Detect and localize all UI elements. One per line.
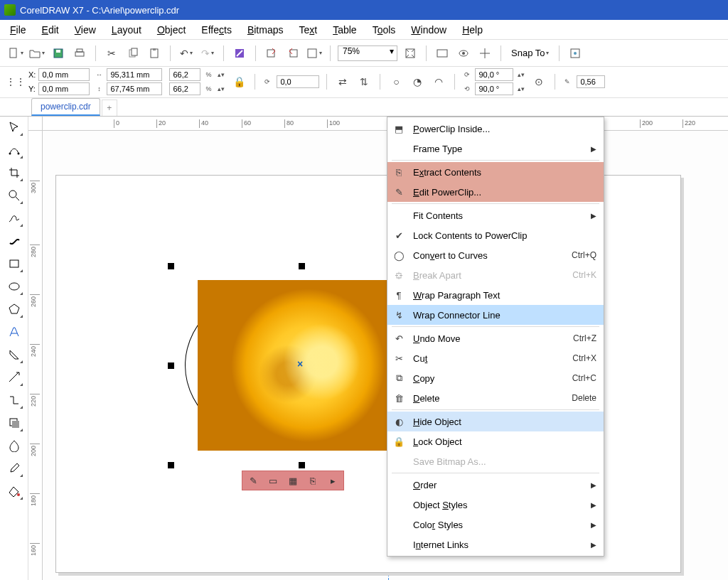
eye-button[interactable] <box>455 45 472 62</box>
polygon-tool[interactable] <box>6 301 22 317</box>
zoom-tool[interactable] <box>6 188 22 203</box>
text-tool[interactable] <box>6 324 22 340</box>
width-input[interactable] <box>107 68 162 81</box>
options-button[interactable] <box>567 45 584 62</box>
eyedropper-tool[interactable] <box>6 461 22 476</box>
menu-table[interactable]: Table <box>333 24 356 36</box>
y-input[interactable] <box>38 82 90 95</box>
ctx-lock-contents-to-powerclip[interactable]: ✔Lock Contents to PowerClip <box>387 225 604 245</box>
dimension-tool[interactable] <box>6 370 22 385</box>
ctx-fit-contents[interactable]: Fit Contents▶ <box>387 205 604 225</box>
menu-tools[interactable]: Tools <box>373 24 396 36</box>
ctx-edit-powerclip-[interactable]: ✎Edit PowerClip... <box>387 182 604 202</box>
end-angle-input[interactable] <box>475 82 513 95</box>
menu-bitmaps[interactable]: Bitmaps <box>247 24 284 36</box>
zoom-select[interactable]: 75%▾ <box>338 45 397 61</box>
ctx-color-styles[interactable]: Color Styles▶ <box>387 515 604 535</box>
crop-tool[interactable] <box>6 165 22 181</box>
menu-window[interactable]: Window <box>411 24 446 36</box>
pc-extract-icon[interactable]: ⎘ <box>306 474 319 487</box>
pc-edit-icon[interactable]: ✎ <box>247 474 259 487</box>
menu-text[interactable]: Text <box>299 24 317 36</box>
selection-handle-w[interactable] <box>168 362 174 369</box>
mirror-v-icon[interactable]: ⇅ <box>355 73 373 90</box>
canvas[interactable]: 0 20 40 60 80 100 200 220 300 280 260 24… <box>28 117 728 580</box>
alignment-button[interactable] <box>476 45 493 62</box>
ctx-frame-type[interactable]: Frame Type▶ <box>387 139 604 159</box>
scale-y-input[interactable] <box>169 82 200 95</box>
menu-effects[interactable]: Effects <box>201 24 232 36</box>
freehand-tool[interactable] <box>6 210 22 226</box>
direction-icon[interactable]: ⊙ <box>530 73 547 90</box>
selection-handle-s[interactable] <box>299 462 305 468</box>
selection-handle-sw[interactable] <box>168 462 174 468</box>
presets-icon[interactable]: ⋮⋮ <box>7 73 24 90</box>
save-button[interactable] <box>50 45 67 62</box>
ruler-horizontal[interactable]: 0 20 40 60 80 100 200 220 <box>43 117 728 131</box>
rotation-input[interactable] <box>277 75 319 88</box>
ellipse-icon[interactable]: ○ <box>387 73 405 90</box>
table-tool[interactable] <box>6 347 22 362</box>
ctx-copy[interactable]: ⧉CopyCtrl+C <box>387 368 604 388</box>
pc-select-icon[interactable]: ▭ <box>267 474 279 487</box>
ctx-powerclip-inside-[interactable]: ⬒PowerClip Inside... <box>387 119 604 139</box>
drop-shadow-tool[interactable] <box>6 415 22 431</box>
selection-handle-n[interactable] <box>299 263 305 269</box>
shape-tool[interactable] <box>6 142 22 158</box>
ellipse-tool[interactable] <box>6 279 22 294</box>
menu-edit[interactable]: Edit <box>42 24 59 36</box>
menu-help[interactable]: Help <box>462 24 483 36</box>
ctx-delete[interactable]: 🗑DeleteDelete <box>387 388 604 408</box>
search-button[interactable] <box>231 45 248 62</box>
artistic-media-tool[interactable] <box>6 233 22 249</box>
tab-add-button[interactable]: + <box>102 100 117 116</box>
outline-width-input[interactable] <box>577 75 605 88</box>
connector-tool[interactable] <box>6 392 22 408</box>
pick-tool[interactable] <box>6 119 22 135</box>
menu-object[interactable]: Object <box>157 24 186 36</box>
pc-lock-icon[interactable]: ▦ <box>287 474 299 487</box>
lock-ratio-icon[interactable]: 🔒 <box>230 73 247 90</box>
menu-layout[interactable]: Layout <box>112 24 141 36</box>
rectangle-tool[interactable] <box>6 256 22 272</box>
ctx-object-styles[interactable]: Object Styles▶ <box>387 495 604 515</box>
print-button[interactable] <box>71 45 88 62</box>
ctx-hide-object[interactable]: ◐Hide Object <box>387 412 604 431</box>
ctx-wrap-connector-line[interactable]: ↯Wrap Connector Line <box>387 305 604 325</box>
height-input[interactable] <box>107 82 162 95</box>
x-input[interactable] <box>38 68 90 81</box>
import-button[interactable] <box>263 45 280 62</box>
snap-to-dropdown[interactable]: Snap To <box>508 48 552 58</box>
start-angle-input[interactable] <box>475 68 513 81</box>
ruler-vertical[interactable]: 300 280 260 240 220 200 180 160 <box>28 131 43 580</box>
ctx-internet-links[interactable]: Internet Links▶ <box>387 535 604 554</box>
open-button[interactable] <box>28 45 46 62</box>
arc-icon[interactable]: ◠ <box>430 73 447 90</box>
cut-button[interactable]: ✂ <box>103 45 120 62</box>
ctx-order[interactable]: Order▶ <box>387 475 604 495</box>
tab-powerclip[interactable]: powerclip.cdr <box>31 98 100 116</box>
selection-handle-nw[interactable] <box>168 263 174 269</box>
mirror-h-icon[interactable]: ⇄ <box>334 73 351 90</box>
paste-button[interactable] <box>146 45 163 62</box>
redo-button[interactable]: ↷ <box>199 45 216 62</box>
fullscreen-button[interactable] <box>402 45 419 62</box>
ctx-cut[interactable]: ✂CutCtrl+X <box>387 348 604 368</box>
selection-center-icon[interactable]: × <box>297 358 303 370</box>
ctx-convert-to-curves[interactable]: ◯Convert to CurvesCtrl+Q <box>387 245 604 265</box>
pc-more-icon[interactable]: ▸ <box>326 474 339 487</box>
ctx-lock-object[interactable]: 🔒Lock Object <box>387 431 604 451</box>
new-button[interactable] <box>7 45 24 62</box>
transparency-tool[interactable] <box>6 438 22 453</box>
undo-button[interactable]: ↶ <box>178 45 195 62</box>
menu-file[interactable]: File <box>10 24 26 36</box>
scale-x-input[interactable] <box>169 68 200 81</box>
pie-icon[interactable]: ◔ <box>409 73 426 90</box>
copy-button[interactable] <box>124 45 141 62</box>
ctx-wrap-paragraph-text[interactable]: ¶Wrap Paragraph Text <box>387 285 604 305</box>
fill-tool[interactable] <box>6 483 22 499</box>
preview-button[interactable] <box>434 45 451 62</box>
menu-view[interactable]: View <box>75 24 96 36</box>
publish-button[interactable] <box>306 45 323 62</box>
ruler-origin[interactable] <box>28 117 43 131</box>
